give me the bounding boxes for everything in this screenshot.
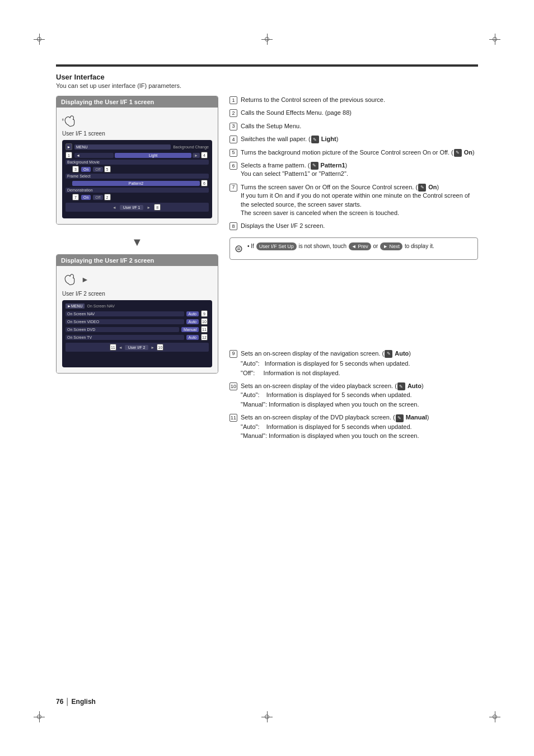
arrow-down: ▼ (56, 236, 218, 249)
list-item: 9 Sets an on-screen display of the navig… (229, 349, 478, 377)
list-item: 6 Selects a frame pattern. (✎ Pattern1)Y… (229, 161, 478, 179)
tag-prev: ◄ Prev (349, 242, 371, 251)
tag-next: ► Next (380, 242, 402, 251)
columns-layout: Displaying the User I/F 1 screen User I/… (56, 96, 478, 445)
main-content: User Interface You can set up user inter… (56, 73, 478, 683)
edit-icon: ✎ (311, 162, 318, 170)
screen2-label: User I/F 2 screen (62, 291, 212, 297)
reg-mark-bl (34, 711, 45, 722)
note-box: ⊜ • If User I/F Set Up is not shown, tou… (229, 237, 478, 260)
page-header: User Interface You can set up user inter… (56, 73, 478, 89)
section2-title: Displaying the User I/F 2 screen (57, 255, 218, 266)
page-subtitle: You can set up user interface (IF) param… (56, 82, 478, 89)
reg-mark-tc (261, 34, 273, 45)
edit-icon: ✎ (311, 136, 319, 143)
ui2-bottom-bar: 11 ◄ User I/F 2 ► 10 (65, 343, 209, 352)
items-list-2: 9 Sets an on-screen display of the navig… (229, 349, 478, 441)
ui-screen1: ► MENU Background Change 1 ◄ Light ► 4 (62, 140, 212, 218)
note-text: • If User I/F Set Up is not shown, touch… (247, 242, 434, 251)
list-item: 3 Calls the Setup Menu. (229, 122, 478, 130)
note-icon: ⊜ (235, 242, 243, 255)
section1-title: Displaying the User I/F 1 screen (57, 96, 218, 108)
list-item: 2 Calls the Sound Effects Menu. (page 88… (229, 109, 478, 117)
reg-mark-br (489, 711, 500, 722)
edit-icon: ✎ (418, 184, 426, 192)
list-item: 4 Switches the wall paper. (✎ Light) (229, 135, 478, 143)
list-item: 10 Sets an on-screen display of the vide… (229, 382, 478, 409)
section2-content: ► User I/F 2 screen ►MENU On Screen NAV (57, 266, 218, 373)
section1-content: User I/F 1 screen ► MENU Background Chan… (57, 108, 218, 224)
page-number: 76 (56, 698, 63, 706)
ui-screen2: ►MENU On Screen NAV On Screen NAV Auto 9… (62, 300, 212, 367)
list-item: 5 Turns the background motion picture of… (229, 148, 478, 157)
reg-mark-bc (261, 711, 273, 722)
list-item: 11 Sets an on-screen display of the DVD … (229, 413, 478, 440)
remote-icon-2 (62, 272, 78, 287)
edit-icon: ✎ (396, 414, 404, 422)
remote-icon (62, 113, 78, 129)
right-column: 1 Returns to the Control screen of the p… (229, 96, 478, 445)
page-lang: English (72, 698, 96, 706)
list-item: 7 Turns the screen saver On or Off on th… (229, 183, 478, 218)
edit-icon: ✎ (397, 382, 405, 390)
screen1-label: User I/F 1 screen (62, 130, 212, 137)
left-column: Displaying the User I/F 1 screen User I/… (56, 96, 218, 445)
page-title: User Interface (56, 73, 478, 81)
reg-mark-tl (34, 34, 45, 45)
top-bar (56, 64, 478, 67)
items-list-1: 1 Returns to the Control screen of the p… (229, 96, 478, 231)
list-item: 8 Displays the User I/F 2 screen. (229, 222, 478, 230)
tag-user-if-setup: User I/F Set Up (256, 242, 297, 251)
edit-icon: ✎ (385, 350, 392, 358)
page-footer: 76 │ English (56, 698, 96, 706)
list-item: 1 Returns to the Control screen of the p… (229, 96, 478, 104)
section2-box: Displaying the User I/F 2 screen ► User … (56, 254, 218, 374)
ui1-bottom-bar: ◄ User I/F 1 ► 8 (65, 203, 209, 212)
separator: │ (65, 698, 72, 706)
edit-icon: ✎ (454, 149, 462, 157)
reg-mark-tr (489, 34, 500, 45)
section1-box: Displaying the User I/F 1 screen User I/… (56, 96, 218, 225)
